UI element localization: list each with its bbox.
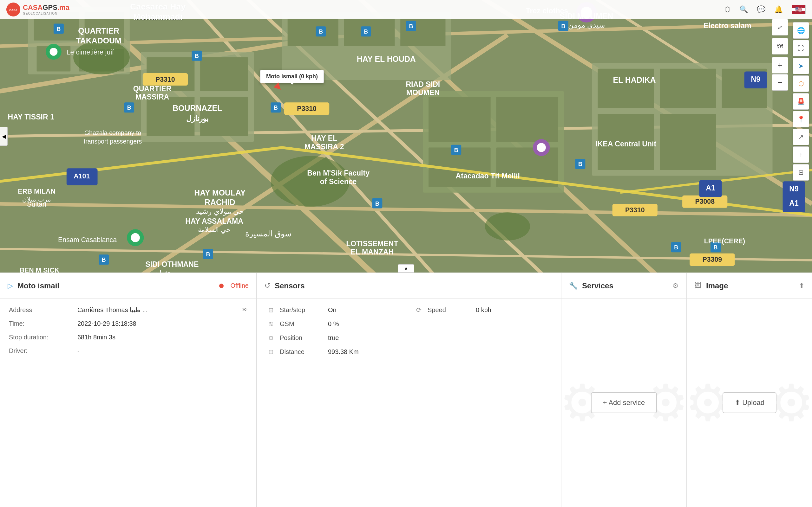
map-ctrl-route[interactable]: ⬡ — [793, 75, 809, 92]
svg-text:QUARTIER: QUARTIER — [78, 26, 119, 35]
svg-text:A101: A101 — [73, 172, 90, 180]
chat-icon[interactable]: 💬 — [757, 5, 765, 14]
svg-rect-37 — [660, 69, 716, 108]
services-gear-button[interactable]: ⚙ — [672, 282, 679, 290]
svg-text:P3310: P3310 — [155, 76, 175, 83]
svg-rect-32 — [496, 97, 558, 142]
gsm-name: GSM — [280, 320, 324, 328]
svg-text:HAY EL: HAY EL — [311, 134, 337, 142]
map-ctrl-minus[interactable]: ⊟ — [793, 164, 809, 181]
svg-text:A1: A1 — [706, 184, 715, 192]
tooltip-text: Moto ismail (0 kph) — [266, 73, 318, 79]
add-service-button[interactable]: + Add service — [591, 392, 657, 413]
svg-text:Atacadao Tit Mellil: Atacadao Tit Mellil — [456, 172, 520, 180]
services-content: ⚙ ⚙ + Add service — [561, 298, 687, 507]
svg-text:RIAD SIDI: RIAD SIDI — [406, 80, 440, 89]
map-right-controls: 🌐 ⛶ ➤ ⬡ 🚨 📍 ↗ ↑ ⊟ — [790, 0, 812, 273]
info-row-stop: Stop duration: 681h 8min 3s — [9, 334, 247, 341]
svg-text:B: B — [102, 257, 106, 263]
svg-text:B: B — [319, 29, 323, 35]
svg-text:EL MANZAH: EL MANZAH — [351, 248, 394, 256]
svg-text:HAY EL HOUDA: HAY EL HOUDA — [357, 55, 416, 63]
svg-rect-36 — [598, 69, 654, 108]
map-svg: P3310 P3310 P3310 P3008 P3309 N9 N9 A1 A… — [0, 0, 812, 273]
position-name: Position — [280, 334, 324, 342]
svg-text:Electro salam: Electro salam — [704, 21, 751, 30]
add-service-label: + Add service — [603, 399, 645, 407]
image-panel: 🖼 Image ⬆ ⚙ ⚙ ⬆ Upload — [687, 273, 812, 507]
svg-text:Ben M'Sik Faculty: Ben M'Sik Faculty — [307, 169, 369, 177]
map-ctrl-arrow[interactable]: ↑ — [793, 147, 809, 163]
svg-text:P3310: P3310 — [625, 206, 645, 214]
logo-text: CASAGPS.ma — [23, 3, 69, 12]
map-zoom-minus-button[interactable]: − — [772, 74, 788, 91]
map-ctrl-fullscreen[interactable]: ⛶ — [793, 40, 809, 56]
flag-button[interactable]: 🇺🇸 — [792, 5, 806, 14]
address-label: Address: — [9, 306, 72, 314]
map-expand-button[interactable]: ⤢ — [772, 19, 788, 36]
status-dot — [219, 284, 223, 288]
speed-name: Speed — [427, 306, 472, 314]
image-header-icon: 🖼 — [695, 282, 702, 290]
map-bottom-expand[interactable]: ∨ — [398, 264, 414, 273]
map-ctrl-share[interactable]: ↗ — [793, 129, 809, 145]
info-row-time: Time: 2022-10-29 13:18:38 — [9, 320, 247, 327]
status-label: Offline — [231, 282, 249, 289]
left-arrow-icon: ◀ — [2, 133, 6, 139]
map-zoom-plus-button[interactable]: + — [772, 57, 788, 73]
left-collapse-arrow[interactable]: ◀ — [0, 127, 8, 146]
svg-text:B: B — [195, 53, 199, 59]
logo-icon: CASA — [6, 3, 20, 16]
upload-label: ⬆ Upload — [734, 399, 764, 407]
svg-text:BEN M SICK: BEN M SICK — [20, 267, 60, 273]
svg-text:B: B — [364, 29, 368, 35]
app-container: CASA CASAGPS.ma GÉOLOCALISATION ⬡ 🔍 💬 🔔 … — [0, 0, 812, 507]
svg-text:ERB MILAN: ERB MILAN — [18, 187, 55, 195]
svg-text:HAY MOULAY: HAY MOULAY — [194, 188, 246, 197]
map-tooltip: Moto ismail (0 kph) — [260, 70, 324, 83]
info-panel: ▷ Moto ismail Offline Address: Carrières… — [0, 273, 257, 507]
map-layers-button[interactable]: 🗺 — [772, 38, 788, 55]
address-value: Carrières Thomas طيبا ... — [78, 306, 237, 314]
map-ctrl-globe[interactable]: 🌐 — [793, 22, 809, 39]
image-upload-button[interactable]: ⬆ — [799, 282, 804, 290]
bell-icon[interactable]: 🔔 — [774, 5, 783, 14]
distance-icon: ⊟ — [266, 348, 276, 355]
svg-text:سيدي عثمان: سيدي عثمان — [155, 269, 189, 273]
svg-text:B: B — [561, 23, 565, 30]
search-icon[interactable]: 🔍 — [740, 5, 748, 14]
map-ctrl-location[interactable]: 📍 — [793, 111, 809, 127]
svg-text:TAKADOUM: TAKADOUM — [76, 36, 121, 45]
share-icon[interactable]: ⬡ — [724, 5, 730, 14]
svg-point-106 — [49, 48, 57, 56]
services-header-title: Services — [582, 281, 668, 290]
sensor-row-distance: ⊟ Distance 993.38 Km — [266, 348, 404, 355]
svg-text:B: B — [274, 105, 278, 111]
map-ctrl-navigate[interactable]: ➤ — [793, 58, 809, 74]
image-header-title: Image — [706, 281, 794, 290]
startstop-value: On — [328, 306, 337, 314]
image-content: ⚙ ⚙ ⬆ Upload — [687, 298, 812, 507]
svg-text:B: B — [714, 244, 718, 250]
svg-text:LOTISSEMENT: LOTISSEMENT — [346, 239, 398, 248]
distance-name: Distance — [280, 348, 324, 355]
sensors-header: ↺ Sensors — [257, 273, 561, 298]
svg-text:B: B — [375, 201, 379, 207]
bottom-panel: ▷ Moto ismail Offline Address: Carrières… — [0, 273, 812, 507]
map-area[interactable]: P3310 P3310 P3310 P3008 P3309 N9 N9 A1 A… — [0, 0, 812, 273]
gsm-value: 0 % — [328, 320, 339, 328]
stop-label: Stop duration: — [9, 334, 72, 341]
svg-text:B: B — [578, 161, 582, 167]
svg-text:transport passengers: transport passengers — [84, 138, 142, 145]
eye-icon[interactable]: 👁 — [242, 307, 247, 314]
sensor-row-empty2 — [414, 334, 552, 342]
info-row-address: Address: Carrières Thomas طيبا ... 👁 — [9, 306, 247, 314]
info-header-title: Moto ismail — [17, 281, 215, 290]
svg-rect-23 — [200, 57, 248, 91]
svg-text:MASSIRA 2: MASSIRA 2 — [305, 143, 344, 151]
svg-text:P3309: P3309 — [702, 256, 722, 263]
upload-button[interactable]: ⬆ Upload — [722, 392, 776, 413]
sensors-panel: ↺ Sensors ⊡ Star/stop On ⟳ Speed 0 kph — [257, 273, 561, 507]
map-ctrl-alert[interactable]: 🚨 — [793, 93, 809, 110]
svg-text:of Science: of Science — [320, 177, 357, 186]
